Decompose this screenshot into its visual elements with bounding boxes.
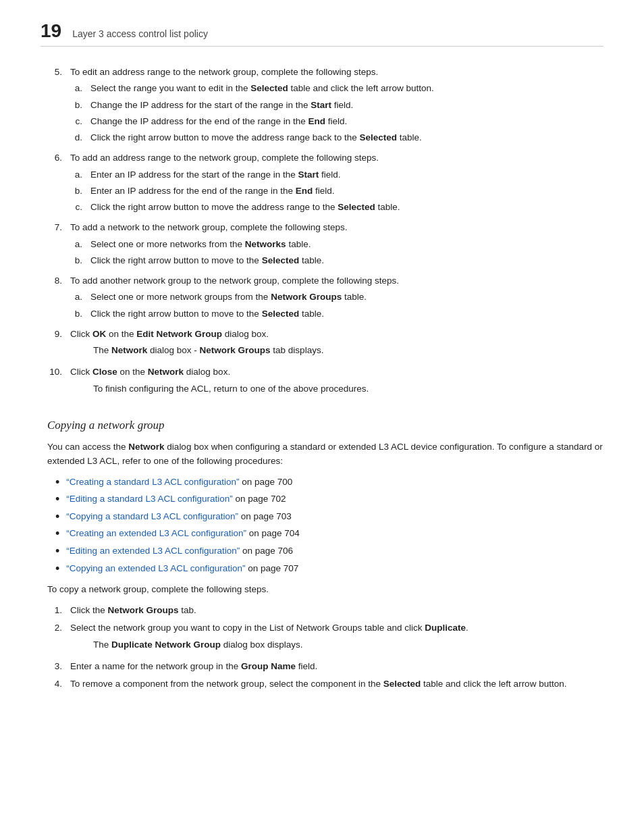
sub-content: Select one or more networks from the Net… — [90, 238, 603, 251]
bullet-text: “Editing a standard L3 ACL configuration… — [66, 492, 286, 507]
sub-item: b.Change the IP address for the start of… — [70, 99, 603, 112]
page: 19 Layer 3 access control list policy 5.… — [0, 0, 644, 723]
step-text: To add another network group to the netw… — [70, 274, 603, 288]
sub-list: a.Select the range you want to edit in t… — [70, 82, 603, 145]
copy-step-text: To remove a component from the network g… — [70, 677, 603, 691]
copy-steps-intro: To copy a network group, complete the fo… — [47, 583, 603, 597]
step-item: 8.To add another network group to the ne… — [47, 274, 603, 323]
copy-step-text: Select the network group you want to cop… — [70, 621, 603, 635]
step-text: Click Close on the Network dialog box. — [70, 365, 603, 379]
sub-label: b. — [70, 184, 82, 198]
chapter-number: 19 — [41, 20, 61, 42]
step-number: 9. — [47, 328, 62, 362]
bullet-dot: • — [55, 475, 59, 490]
bullet-item: •“Creating an extended L3 ACL configurat… — [55, 527, 603, 542]
bullet-dot: • — [55, 510, 59, 525]
bullet-item: •“Editing an extended L3 ACL configurati… — [55, 544, 603, 559]
bullet-text: “Creating an extended L3 ACL configurati… — [66, 527, 300, 542]
copy-step-number: 4. — [47, 677, 62, 691]
sub-label: d. — [70, 131, 82, 145]
sub-label: a. — [70, 82, 82, 95]
copy-step-text: Click the Network Groups tab. — [70, 604, 603, 617]
copy-step-item: 2.Select the network group you want to c… — [47, 621, 603, 656]
sub-label: b. — [70, 99, 82, 112]
step-content: To edit an address range to the network … — [70, 66, 603, 147]
bullet-text: “Copying an extended L3 ACL configuratio… — [66, 562, 298, 577]
sub-content: Change the IP address for the start of t… — [90, 99, 603, 112]
step-text: To add a network to the network group, c… — [70, 221, 603, 234]
sub-content: Enter an IP address for the end of the r… — [90, 184, 603, 198]
sub-content: Change the IP address for the end of the… — [90, 115, 603, 128]
bullet-link[interactable]: “Creating an extended L3 ACL configurati… — [66, 528, 246, 538]
copy-step-indent-para: The Duplicate Network Group dialog box d… — [93, 638, 603, 652]
bullet-link[interactable]: “Copying a standard L3 ACL configuration… — [66, 511, 238, 521]
bullet-dot: • — [55, 544, 59, 559]
step-content: Click OK on the Edit Network Group dialo… — [70, 328, 603, 362]
bullet-text: “Creating a standard L3 ACL configuratio… — [66, 475, 292, 490]
bullet-link[interactable]: “Copying an extended L3 ACL configuratio… — [66, 563, 245, 573]
sub-label: a. — [70, 290, 82, 304]
step-number: 10. — [47, 365, 62, 400]
sub-label: c. — [70, 115, 82, 128]
step-content: To add an address range to the network g… — [70, 151, 603, 217]
copy-steps-list: 1.Click the Network Groups tab.2.Select … — [47, 604, 603, 691]
bullet-dot: • — [55, 562, 59, 577]
step-content: To add another network group to the netw… — [70, 274, 603, 323]
bullet-link[interactable]: “Editing a standard L3 ACL configuration… — [66, 494, 232, 504]
step-number: 6. — [47, 151, 62, 217]
sub-content: Click the right arrow button to move to … — [90, 307, 603, 321]
main-content: 5.To edit an address range to the networ… — [47, 66, 603, 691]
copy-step-content: To remove a component from the network g… — [70, 677, 603, 691]
bullet-dot: • — [55, 492, 59, 507]
chapter-title: Layer 3 access control list policy — [72, 28, 208, 39]
sub-item: a.Select one or more networks from the N… — [70, 238, 603, 251]
sub-list: a.Select one or more network groups from… — [70, 290, 603, 321]
sub-content: Enter an IP address for the start of the… — [90, 168, 603, 182]
copy-step-content: Enter a name for the network group in th… — [70, 660, 603, 673]
indent-para: To finish configuring the ACL, return to… — [93, 382, 603, 396]
sub-item: d.Click the right arrow button to move t… — [70, 131, 603, 145]
section-intro: You can access the Network dialog box wh… — [47, 440, 603, 469]
bullet-list: •“Creating a standard L3 ACL configurati… — [55, 475, 603, 577]
sub-item: a.Select the range you want to edit in t… — [70, 82, 603, 95]
step-text: Click OK on the Edit Network Group dialo… — [70, 328, 603, 341]
copy-step-number: 2. — [47, 621, 62, 656]
copy-step-number: 1. — [47, 604, 62, 617]
page-header: 19 Layer 3 access control list policy — [41, 20, 603, 47]
sub-item: b.Click the right arrow button to move t… — [70, 307, 603, 321]
step-number: 8. — [47, 274, 62, 323]
bullet-item: •“Copying an extended L3 ACL configurati… — [55, 562, 603, 577]
bullet-dot: • — [55, 527, 59, 542]
step-number: 7. — [47, 221, 62, 270]
bullet-link[interactable]: “Creating a standard L3 ACL configuratio… — [66, 477, 239, 487]
step-item: 6.To add an address range to the network… — [47, 151, 603, 217]
sub-label: a. — [70, 238, 82, 251]
bullet-link[interactable]: “Editing an extended L3 ACL configuratio… — [66, 546, 240, 556]
sub-item: a.Enter an IP address for the start of t… — [70, 168, 603, 182]
sub-content: Click the right arrow button to move to … — [90, 254, 603, 267]
sub-item: b.Click the right arrow button to move t… — [70, 254, 603, 267]
section-heading: Copying a network group — [47, 419, 603, 432]
copy-step-content: Click the Network Groups tab. — [70, 604, 603, 617]
sub-content: Click the right arrow button to move the… — [90, 201, 603, 214]
step-number: 5. — [47, 66, 62, 147]
step-text: To add an address range to the network g… — [70, 151, 603, 165]
sub-label: c. — [70, 201, 82, 214]
copy-step-item: 3.Enter a name for the network group in … — [47, 660, 603, 673]
bullet-item: •“Editing a standard L3 ACL configuratio… — [55, 492, 603, 507]
bullet-item: •“Creating a standard L3 ACL configurati… — [55, 475, 603, 490]
sub-content: Click the right arrow button to move the… — [90, 131, 603, 145]
copy-step-content: Select the network group you want to cop… — [70, 621, 603, 656]
bullet-item: •“Copying a standard L3 ACL configuratio… — [55, 510, 603, 525]
step-item: 7.To add a network to the network group,… — [47, 221, 603, 270]
step-text: To edit an address range to the network … — [70, 66, 603, 79]
sub-item: c.Change the IP address for the end of t… — [70, 115, 603, 128]
sub-content: Select one or more network groups from t… — [90, 290, 603, 304]
steps-list: 5.To edit an address range to the networ… — [47, 66, 603, 400]
sub-label: b. — [70, 254, 82, 267]
bullet-text: “Copying a standard L3 ACL configuration… — [66, 510, 291, 525]
step-item: 9.Click OK on the Edit Network Group dia… — [47, 328, 603, 362]
sub-item: b.Enter an IP address for the end of the… — [70, 184, 603, 198]
sub-list: a.Select one or more networks from the N… — [70, 238, 603, 268]
sub-label: a. — [70, 168, 82, 182]
